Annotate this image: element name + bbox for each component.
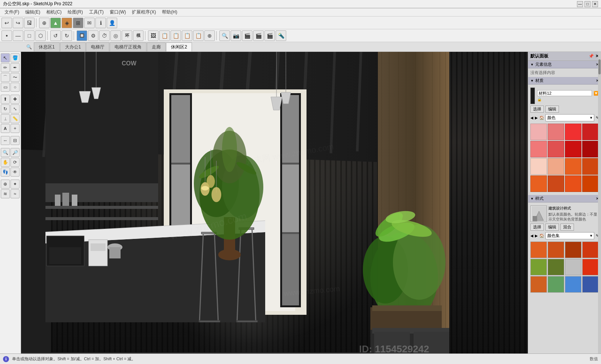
tool-paint[interactable]: 🪣	[11, 53, 20, 62]
tool-circle[interactable]: ○	[11, 83, 20, 92]
tool-extra3[interactable]: ≋	[1, 189, 10, 198]
color-swatch-7[interactable]	[582, 141, 599, 157]
viewport[interactable]: www.znzmo.com 知末网 www.znzmo.com www.znzm…	[21, 52, 528, 353]
collection-dropdown[interactable]: 颜色集 ▾	[545, 232, 594, 239]
tool-move[interactable]: ✚	[11, 95, 20, 104]
style-swatch-2[interactable]	[565, 242, 581, 258]
color-swatch-4[interactable]	[530, 141, 547, 157]
maximize-button[interactable]: □	[584, 1, 590, 7]
user-button[interactable]: 👤	[107, 18, 117, 28]
menu-camera[interactable]: 相机(C)	[43, 8, 65, 16]
scene-tab-4[interactable]: 走廊	[147, 42, 166, 51]
tool-tape[interactable]: 📏	[11, 114, 20, 123]
style-swatch-7[interactable]	[582, 259, 599, 275]
scene-tab-3[interactable]: 电梯厅正视角	[110, 42, 146, 51]
email-button[interactable]: ✉	[84, 18, 95, 28]
tool-eraser[interactable]: ✏	[1, 63, 10, 72]
style-swatch-4[interactable]	[530, 259, 547, 275]
camera-btn[interactable]: 📷	[231, 30, 241, 41]
doc-btn1[interactable]: 📋	[159, 30, 170, 41]
search-btn[interactable]: 🔍	[219, 30, 230, 41]
tool-pen[interactable]: ✒	[11, 63, 20, 72]
tool-extra2[interactable]: ✦	[11, 180, 20, 189]
undo-button[interactable]: ↩	[2, 18, 12, 28]
render-btn2[interactable]: 🎬	[253, 30, 264, 41]
arc-tool[interactable]: ↺	[50, 30, 61, 41]
styles-button[interactable]: ⊞	[73, 18, 83, 28]
rect-tool[interactable]: □	[24, 30, 35, 41]
style-swatch-6[interactable]	[565, 259, 581, 275]
tool-text[interactable]: A	[1, 124, 10, 133]
render-btn1[interactable]: 🎬	[242, 30, 252, 41]
panel-scrollbar[interactable]	[598, 52, 601, 353]
component-button[interactable]: ▲	[50, 18, 61, 28]
clock-btn[interactable]: ⏱	[99, 30, 110, 41]
grid-btn[interactable]: 🔲	[77, 30, 87, 41]
style-swatch-10[interactable]	[565, 276, 581, 293]
color-swatch-14[interactable]	[565, 175, 581, 192]
tool-arc[interactable]: ⌒	[1, 73, 10, 82]
material-button[interactable]: ◈	[62, 18, 72, 28]
material-edit-btn[interactable]: 编辑	[545, 106, 559, 113]
tool-section[interactable]: ⊟	[11, 136, 20, 145]
styles-section-title[interactable]: ▼ 样式 ✕	[528, 195, 601, 202]
color-swatch-1[interactable]	[548, 124, 564, 140]
collection-nav-left[interactable]: ◀	[530, 234, 533, 238]
scene-tab-1[interactable]: 大办公1	[60, 42, 86, 51]
tool-extra4[interactable]: ≈	[11, 189, 20, 198]
scene-tab-5[interactable]: 休闲区2	[166, 42, 192, 51]
huan-btn[interactable]: 环	[122, 30, 132, 41]
style-edit-btn[interactable]: 编辑	[545, 224, 559, 231]
tool-scale[interactable]: ⤡	[11, 104, 20, 113]
color-swatch-0[interactable]	[530, 124, 547, 140]
menu-extensions[interactable]: 扩展程序(X)	[129, 8, 159, 16]
tool-select[interactable]: ↖	[1, 53, 10, 62]
tool-push-pull[interactable]: ⬆	[1, 95, 10, 104]
color-swatch-9[interactable]	[548, 158, 564, 175]
style-swatch-11[interactable]	[582, 276, 599, 293]
style-select-btn[interactable]: 选择	[530, 224, 544, 231]
render-btn3[interactable]: 🎬	[264, 30, 275, 41]
tool-dimension[interactable]: ↔	[1, 136, 10, 145]
tool-pan[interactable]: ✋	[1, 158, 10, 167]
tool-zoom[interactable]: 🔍	[1, 148, 10, 157]
menu-help[interactable]: 帮助(H)	[159, 8, 180, 16]
menu-file[interactable]: 文件(F)	[2, 8, 22, 16]
style-swatch-8[interactable]	[530, 276, 547, 293]
tool-lookaround[interactable]: 👁	[11, 168, 20, 177]
doc-btn4[interactable]: 📋	[193, 30, 204, 41]
color-swatch-6[interactable]	[565, 141, 581, 157]
material-select-btn[interactable]: 选择	[530, 106, 544, 113]
color-swatch-2[interactable]	[565, 124, 581, 140]
tool-offset[interactable]: ⟂	[1, 114, 10, 123]
color-swatch-3[interactable]	[582, 124, 599, 140]
entity-info-section[interactable]: ▼ 元素信息 ✕	[528, 61, 601, 68]
mo-btn[interactable]: 模	[133, 30, 143, 41]
style-swatch-5[interactable]	[548, 259, 564, 275]
home-icon[interactable]: 🏠	[539, 116, 544, 120]
tool-rotate[interactable]: ↻	[1, 104, 10, 113]
info-button[interactable]: ℹ	[95, 18, 106, 28]
collection-home[interactable]: 🏠	[539, 234, 544, 238]
collection-nav-right[interactable]: ▶	[535, 234, 538, 238]
doc-btn2[interactable]: 📋	[171, 30, 181, 41]
tool-orbit[interactable]: ⟳	[11, 158, 20, 167]
color-swatch-12[interactable]	[530, 175, 547, 192]
style-swatch-3[interactable]	[582, 242, 599, 258]
tool-extra1[interactable]: ⊕	[1, 180, 10, 189]
circle-tool[interactable]: ↻	[62, 30, 72, 41]
color-dropdown[interactable]: 颜色 ▾	[545, 114, 594, 121]
scene-tab-0[interactable]: 休息区1	[34, 42, 60, 51]
color-swatch-11[interactable]	[582, 158, 599, 175]
color-swatch-5[interactable]	[548, 141, 564, 157]
save-button[interactable]: 🖫	[24, 18, 35, 28]
menu-edit[interactable]: 编辑(E)	[22, 8, 43, 16]
doc-btn3[interactable]: 📋	[182, 30, 192, 41]
nav-right-icon[interactable]: ▶	[535, 116, 538, 120]
style-swatch-9[interactable]	[548, 276, 564, 293]
menu-draw[interactable]: 绘图(R)	[65, 8, 86, 16]
color-swatch-8[interactable]	[530, 158, 547, 175]
frame-btn[interactable]: 🖼	[148, 30, 159, 41]
add-btn[interactable]: ⊕	[204, 30, 215, 41]
style-swatch-0[interactable]	[530, 242, 547, 258]
